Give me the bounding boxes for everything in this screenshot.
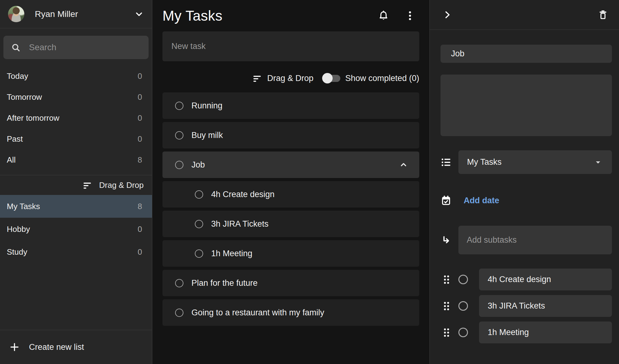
count-badge: 8	[138, 202, 142, 211]
search-icon	[11, 42, 21, 53]
task-detail-panel: My Tasks Add date	[429, 0, 619, 364]
add-date-row: Add date	[441, 194, 612, 207]
task-title-input[interactable]	[450, 49, 602, 59]
caret-down-icon	[593, 158, 603, 167]
user-avatar	[8, 6, 24, 22]
drag-handle-icon[interactable]	[443, 275, 450, 284]
detail-subtask-meeting: 1h Meeting	[441, 322, 612, 343]
detail-subtask-create-design: 4h Create design	[441, 269, 612, 290]
subdirectory-arrow-icon	[441, 235, 458, 246]
add-subtasks-input[interactable]	[466, 235, 604, 245]
list-item-study[interactable]: Study 0	[0, 241, 152, 263]
count-badge: 0	[138, 224, 142, 234]
task-row-job[interactable]: Job	[162, 152, 419, 178]
list-icon	[441, 157, 458, 168]
list-controls: Drag & Drop Show completed (0)	[162, 69, 419, 87]
user-profile-button[interactable]: Ryan Miller	[0, 0, 152, 28]
sidebar-item-today[interactable]: Today 0	[0, 66, 152, 87]
sidebar-item-all[interactable]: All 8	[0, 149, 152, 170]
todo-app-window: Ryan Miller Today 0 Tomorrow 0 After tom…	[0, 0, 619, 364]
count-badge: 0	[138, 71, 142, 81]
subtask-checkbox[interactable]	[458, 301, 468, 311]
task-row-restaurant[interactable]: Going to a restaurant with my family	[162, 299, 419, 326]
sidebar: Ryan Miller Today 0 Tomorrow 0 After tom…	[0, 0, 152, 364]
kebab-menu-icon[interactable]	[404, 10, 416, 22]
calendar-check-icon	[441, 195, 458, 206]
create-new-list-button[interactable]: Create new list	[0, 330, 152, 364]
task-list: Running Buy milk Job 4h Create design 3h…	[162, 92, 419, 326]
search-input[interactable]	[28, 42, 141, 53]
subtask-row-jira-tickets[interactable]: 3h JIRA Tickets	[162, 211, 419, 237]
task-row-buy-milk[interactable]: Buy milk	[162, 122, 419, 148]
add-date-link[interactable]: Add date	[464, 196, 499, 205]
user-name: Ryan Miller	[35, 9, 78, 19]
count-badge: 0	[138, 113, 142, 123]
drag-handle-icon[interactable]	[443, 301, 450, 311]
collapse-panel-chevron-right-icon[interactable]	[443, 10, 452, 19]
list-select[interactable]: My Tasks	[458, 150, 612, 174]
subtask-card[interactable]: 1h Meeting	[479, 322, 612, 343]
task-checkbox[interactable]	[195, 190, 203, 199]
new-task-input[interactable]	[171, 41, 411, 51]
count-badge: 0	[138, 134, 142, 144]
subtask-row-create-design[interactable]: 4h Create design	[162, 181, 419, 208]
list-item-my-tasks[interactable]: My Tasks 8	[0, 195, 152, 218]
sidebar-item-past[interactable]: Past 0	[0, 128, 152, 149]
subtask-card[interactable]: 4h Create design	[479, 269, 612, 290]
detail-header	[430, 0, 619, 30]
count-badge: 8	[138, 155, 142, 165]
delete-task-trash-icon[interactable]	[598, 10, 608, 20]
list-select-row: My Tasks	[441, 150, 612, 174]
detail-subtask-jira-tickets: 3h JIRA Tickets	[441, 295, 612, 317]
add-subtasks-row	[441, 226, 612, 254]
chevron-up-icon[interactable]	[399, 160, 408, 169]
task-checkbox[interactable]	[175, 279, 183, 287]
add-subtasks-field[interactable]	[458, 226, 612, 254]
task-row-running[interactable]: Running	[162, 92, 419, 119]
subtask-checkbox[interactable]	[458, 275, 468, 284]
plus-icon	[9, 342, 20, 352]
tasks-panel-header: My Tasks	[162, 0, 419, 31]
subtask-card[interactable]: 3h JIRA Tickets	[479, 295, 612, 317]
task-notes-input[interactable]	[441, 75, 612, 136]
page-title: My Tasks	[162, 7, 223, 24]
notifications-bell-icon[interactable]	[377, 10, 390, 22]
task-checkbox[interactable]	[175, 161, 183, 169]
search-box[interactable]	[3, 36, 149, 59]
toggle-knob	[322, 73, 333, 83]
task-title-field[interactable]	[441, 45, 612, 63]
lists-drag-drop-hint: Drag & Drop	[0, 175, 152, 195]
subtask-checkbox[interactable]	[458, 328, 468, 337]
lists-section: Drag & Drop My Tasks 8 Hobby 0 Study 0	[0, 175, 152, 263]
detail-subtask-list: 4h Create design 3h JIRA Tickets	[441, 269, 612, 343]
subtask-row-meeting[interactable]: 1h Meeting	[162, 240, 419, 267]
sort-icon	[83, 181, 92, 189]
sidebar-item-after-tomorrow[interactable]: After tomorrow 0	[0, 107, 152, 128]
task-checkbox[interactable]	[195, 249, 203, 258]
detail-body: My Tasks Add date	[430, 30, 619, 348]
task-checkbox[interactable]	[195, 220, 203, 228]
show-completed-toggle[interactable]	[322, 73, 341, 84]
sidebar-item-tomorrow[interactable]: Tomorrow 0	[0, 87, 152, 107]
sidebar-nav: Today 0 Tomorrow 0 After tomorrow 0 Past…	[0, 66, 152, 170]
new-task-field[interactable]	[162, 31, 419, 61]
task-checkbox[interactable]	[175, 102, 183, 110]
count-badge: 0	[138, 92, 142, 102]
tasks-panel: My Tasks Drag & Drop	[152, 0, 429, 364]
task-checkbox[interactable]	[175, 309, 183, 317]
list-item-hobby[interactable]: Hobby 0	[0, 218, 152, 241]
task-row-plan-future[interactable]: Plan for the future	[162, 270, 419, 296]
drag-handle-icon[interactable]	[443, 328, 450, 337]
task-checkbox[interactable]	[175, 131, 183, 140]
sort-icon	[253, 74, 262, 82]
count-badge: 0	[138, 247, 142, 257]
chevron-down-icon[interactable]	[134, 9, 144, 19]
